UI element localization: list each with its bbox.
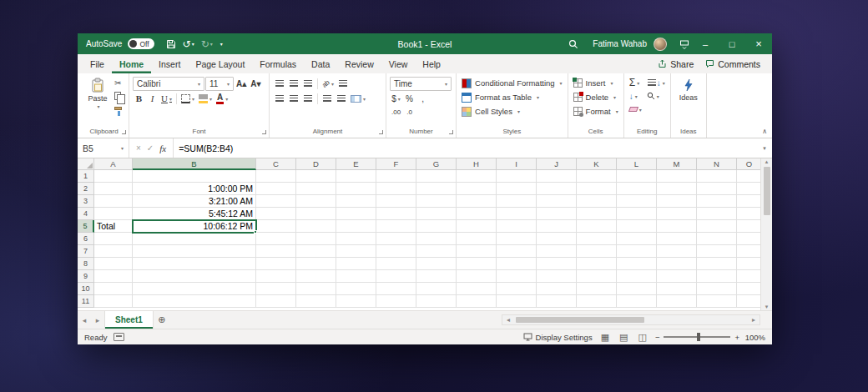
cell-I9[interactable]	[497, 270, 537, 283]
cell-E2[interactable]	[336, 183, 376, 195]
horizontal-scrollbar-track[interactable]	[514, 315, 748, 324]
sort-filter-button[interactable]: ↓	[645, 76, 667, 89]
cell-I5[interactable]	[497, 220, 537, 233]
cell-M4[interactable]	[657, 208, 697, 220]
scroll-right-icon[interactable]: ▸	[748, 316, 760, 324]
sheet-nav-left-button[interactable]: ◂	[78, 311, 91, 329]
sheet-tab-sheet1[interactable]: Sheet1	[104, 311, 154, 329]
cell-N4[interactable]	[697, 208, 737, 220]
cell-G2[interactable]	[416, 183, 457, 195]
fill-color-button[interactable]	[197, 92, 214, 105]
align-left-button[interactable]	[273, 92, 286, 105]
bottom-align-button[interactable]	[301, 77, 315, 90]
font-dialog-launcher[interactable]	[262, 130, 266, 134]
row-header-4[interactable]: 4	[78, 208, 94, 220]
user-avatar[interactable]	[654, 38, 667, 51]
cell-I3[interactable]	[497, 195, 537, 208]
scroll-down-icon[interactable]: ▾	[765, 304, 769, 310]
cell-B9[interactable]	[133, 270, 256, 283]
column-header-H[interactable]: H	[457, 158, 497, 170]
cell-L10[interactable]	[617, 283, 657, 295]
cell-J10[interactable]	[537, 283, 577, 295]
cell-L5[interactable]	[617, 220, 657, 233]
column-header-A[interactable]: A	[94, 158, 133, 170]
cell-J2[interactable]	[537, 183, 577, 195]
fill-button[interactable]: ↓	[628, 89, 643, 103]
cell-I11[interactable]	[497, 295, 537, 308]
cell-O5[interactable]	[737, 220, 760, 233]
row-header-11[interactable]: 11	[78, 295, 94, 308]
cell-B3[interactable]: 3:21:00 AM	[133, 195, 256, 208]
cell-K10[interactable]	[577, 283, 617, 295]
tab-insert[interactable]: Insert	[151, 54, 188, 73]
scroll-left-icon[interactable]: ◂	[502, 316, 514, 324]
cell-O11[interactable]	[737, 295, 760, 308]
cut-button[interactable]: ✂	[114, 78, 125, 88]
cell-A4[interactable]	[94, 208, 133, 220]
cell-M8[interactable]	[657, 258, 697, 270]
share-button[interactable]: Share	[658, 59, 694, 69]
cell-D4[interactable]	[296, 208, 336, 220]
cell-L7[interactable]	[617, 245, 657, 258]
cell-E1[interactable]	[336, 170, 376, 183]
cell-F7[interactable]	[376, 245, 416, 258]
cell-K7[interactable]	[577, 245, 617, 258]
vertical-scrollbar-thumb[interactable]	[764, 167, 770, 215]
cell-F1[interactable]	[376, 170, 416, 183]
decrease-decimal-button[interactable]: .0	[403, 105, 416, 118]
middle-align-button[interactable]	[287, 77, 300, 90]
cell-D1[interactable]	[296, 170, 336, 183]
zoom-in-button[interactable]: +	[734, 333, 739, 342]
insert-cells-button[interactable]: Insert	[572, 76, 615, 90]
cell-B1[interactable]	[133, 170, 256, 183]
vertical-scrollbar[interactable]: ▴ ▾	[760, 158, 772, 310]
zoom-slider[interactable]	[664, 333, 730, 341]
align-right-button[interactable]	[301, 92, 315, 105]
zoom-level[interactable]: 100%	[744, 333, 765, 342]
cell-D9[interactable]	[296, 270, 336, 283]
cell-E4[interactable]	[336, 208, 376, 220]
formula-input[interactable]: =SUM(B2:B4)	[174, 138, 757, 158]
enter-icon[interactable]: ✓	[147, 143, 154, 153]
format-as-table-button[interactable]: Format as Table	[460, 90, 541, 104]
cell-A9[interactable]	[94, 270, 133, 283]
cell-B8[interactable]	[133, 258, 256, 270]
search-button[interactable]	[566, 39, 581, 49]
cell-G6[interactable]	[416, 233, 457, 245]
formula-bar-expand-button[interactable]: ▾	[757, 138, 772, 158]
cell-K6[interactable]	[577, 233, 617, 245]
cell-G8[interactable]	[416, 258, 457, 270]
cell-F8[interactable]	[376, 258, 416, 270]
row-header-3[interactable]: 3	[78, 195, 94, 208]
cell-L8[interactable]	[617, 258, 657, 270]
row-header-5[interactable]: 5	[78, 220, 94, 233]
conditional-formatting-button[interactable]: Conditional Formatting	[460, 76, 564, 90]
cell-K2[interactable]	[577, 183, 617, 195]
cell-B2[interactable]: 1:00:00 PM	[133, 183, 256, 195]
cell-F10[interactable]	[376, 283, 416, 295]
center-button[interactable]	[287, 92, 300, 105]
cell-L6[interactable]	[617, 233, 657, 245]
cell-D8[interactable]	[296, 258, 336, 270]
customize-quick-access-button[interactable]: ▾	[217, 41, 225, 47]
cell-B7[interactable]	[133, 245, 256, 258]
minimize-button[interactable]: –	[692, 33, 719, 54]
cell-K3[interactable]	[577, 195, 617, 208]
cell-M6[interactable]	[657, 233, 697, 245]
cell-E6[interactable]	[336, 233, 376, 245]
column-header-B[interactable]: B	[133, 158, 256, 170]
cell-E11[interactable]	[336, 295, 376, 308]
cell-O10[interactable]	[737, 283, 760, 295]
column-header-C[interactable]: C	[256, 158, 296, 170]
cell-H2[interactable]	[457, 183, 497, 195]
cell-E5[interactable]	[336, 220, 376, 233]
display-settings-button[interactable]: Display Settings	[523, 333, 593, 342]
cell-B5[interactable]: 10:06:12 PM	[133, 220, 256, 233]
row-header-10[interactable]: 10	[78, 283, 94, 295]
cell-I4[interactable]	[497, 208, 537, 220]
cell-K11[interactable]	[577, 295, 617, 308]
tab-help[interactable]: Help	[415, 54, 448, 73]
cell-K9[interactable]	[577, 270, 617, 283]
cell-D11[interactable]	[296, 295, 336, 308]
cell-C1[interactable]	[256, 170, 296, 183]
